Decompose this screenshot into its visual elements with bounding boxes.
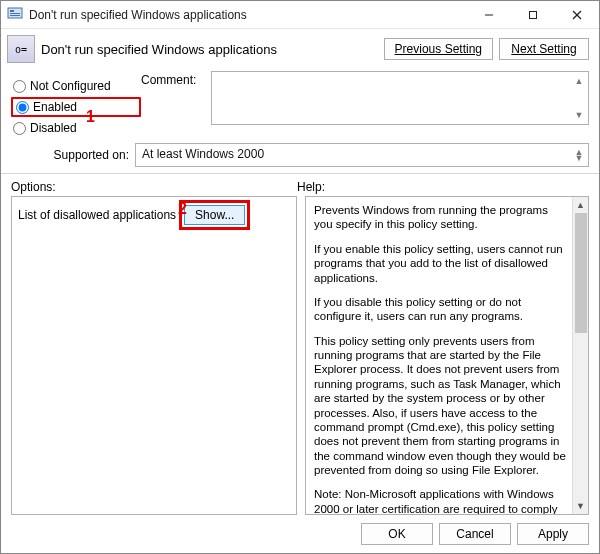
help-scrollbar[interactable]: ▲ ▼ xyxy=(572,197,588,514)
section-labels: Options: Help: xyxy=(1,174,599,196)
help-heading: Help: xyxy=(297,180,325,194)
annotation-1: 1 xyxy=(86,108,95,126)
ok-button[interactable]: OK xyxy=(361,523,433,545)
radio-disabled[interactable]: Disabled xyxy=(11,121,141,135)
next-setting-button[interactable]: Next Setting xyxy=(499,38,589,60)
previous-setting-button[interactable]: Previous Setting xyxy=(384,38,493,60)
svg-rect-2 xyxy=(10,13,20,14)
disallowed-apps-label: List of disallowed applications xyxy=(18,208,176,222)
radio-disabled-input[interactable] xyxy=(13,122,26,135)
radio-enabled-input[interactable] xyxy=(16,101,29,114)
minimize-button[interactable] xyxy=(467,1,511,28)
help-p3: If you disable this policy setting or do… xyxy=(314,295,568,324)
supported-on-value: At least Windows 2000 xyxy=(142,147,264,161)
radio-enabled-label: Enabled xyxy=(33,100,77,114)
comment-textarea[interactable]: ▲ ▼ xyxy=(211,71,589,125)
supported-on-label: Supported on: xyxy=(47,148,135,162)
radio-enabled[interactable]: Enabled xyxy=(11,97,141,117)
dialog-footer: OK Cancel Apply xyxy=(1,515,599,553)
state-radio-group: Not Configured Enabled Disabled xyxy=(11,71,141,139)
policy-icon: o= xyxy=(7,35,35,63)
scroll-up-icon[interactable]: ▲ xyxy=(573,197,588,213)
comment-label: Comment: xyxy=(141,71,211,87)
help-p5: Note: Non-Microsoft applications with Wi… xyxy=(314,487,568,514)
lower-panels: List of disallowed applications Show... … xyxy=(1,196,599,515)
apply-button[interactable]: Apply xyxy=(517,523,589,545)
scroll-thumb[interactable] xyxy=(575,213,587,333)
maximize-button[interactable] xyxy=(511,1,555,28)
radio-disabled-label: Disabled xyxy=(30,121,77,135)
scroll-down-icon[interactable]: ▼ xyxy=(572,108,586,122)
annotation-2: 2 xyxy=(178,200,187,218)
window-controls xyxy=(467,1,599,28)
options-heading: Options: xyxy=(11,180,297,194)
help-panel: Prevents Windows from running the progra… xyxy=(305,196,589,515)
close-button[interactable] xyxy=(555,1,599,28)
titlebar: Don't run specified Windows applications xyxy=(1,1,599,29)
gpo-dialog: Don't run specified Windows applications… xyxy=(0,0,600,554)
radio-not-configured[interactable]: Not Configured xyxy=(11,79,141,93)
policy-title: Don't run specified Windows applications xyxy=(41,42,378,57)
help-p2: If you enable this policy setting, users… xyxy=(314,242,568,285)
show-button[interactable]: Show... xyxy=(184,205,245,225)
header-row: o= Don't run specified Windows applicati… xyxy=(1,29,599,67)
svg-rect-1 xyxy=(10,10,14,12)
scroll-down-icon[interactable]: ▼ xyxy=(573,498,588,514)
help-p4: This policy setting only prevents users … xyxy=(314,334,568,478)
app-icon xyxy=(7,5,23,24)
radio-not-configured-label: Not Configured xyxy=(30,79,111,93)
help-p1: Prevents Windows from running the progra… xyxy=(314,203,568,232)
help-text: Prevents Windows from running the progra… xyxy=(306,197,572,514)
options-panel: List of disallowed applications Show... xyxy=(11,196,297,515)
svg-rect-3 xyxy=(10,15,20,16)
window-title: Don't run specified Windows applications xyxy=(29,8,467,22)
svg-rect-5 xyxy=(530,11,537,18)
cancel-button[interactable]: Cancel xyxy=(439,523,511,545)
scroll-down-icon[interactable]: ▼ xyxy=(572,151,586,165)
supported-on-value-box: At least Windows 2000 ▲ ▼ xyxy=(135,143,589,167)
scroll-up-icon[interactable]: ▲ xyxy=(572,74,586,88)
radio-not-configured-input[interactable] xyxy=(13,80,26,93)
